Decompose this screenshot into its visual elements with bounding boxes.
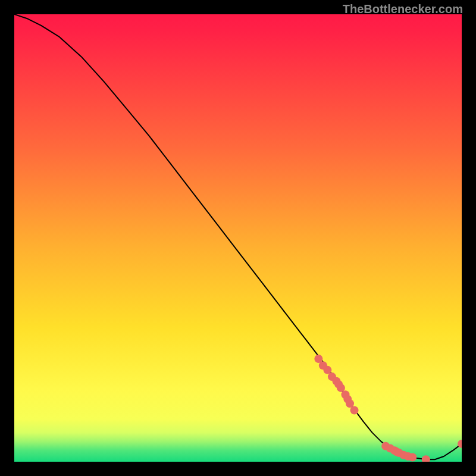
gradient-background bbox=[14, 14, 462, 462]
chart-container: { "watermark": "TheBottlenecker.com", "c… bbox=[0, 0, 476, 476]
sample-point bbox=[408, 453, 416, 461]
sample-point bbox=[350, 406, 359, 415]
bottleneck-chart bbox=[14, 14, 462, 462]
watermark-text: TheBottlenecker.com bbox=[343, 2, 463, 16]
